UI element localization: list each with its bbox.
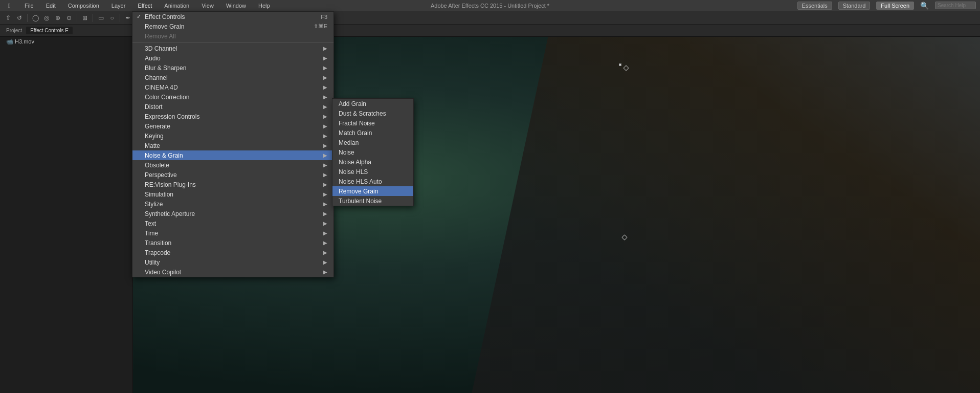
ellipse-mask-icon[interactable]: ○ — [107, 13, 117, 23]
effect-controls-shortcut: F3 — [321, 14, 327, 20]
submenu-arrow: ▶ — [323, 211, 327, 216]
effect-controls-label: Effect Controls — [145, 13, 185, 20]
menu-item-effect-controls[interactable]: Effect Controls F3 — [132, 12, 333, 21]
submenu-arrow: ▶ — [323, 94, 327, 100]
menu-item-remove-all: Remove All — [132, 31, 333, 41]
rotation-tool-icon[interactable]: ↺ — [14, 13, 25, 23]
menu-file[interactable]: File — [23, 3, 36, 9]
track-z-icon[interactable]: ⊙ — [64, 13, 74, 23]
menu-item-expression-controls[interactable]: Expression Controls ▶ — [132, 112, 333, 121]
menu-item-video-copilot[interactable]: Video Copilot ▶ — [132, 267, 333, 277]
menu-item-blur-sharpen[interactable]: Blur & Sharpen ▶ — [132, 63, 333, 73]
unified-camera-icon[interactable]: ◯ — [30, 13, 40, 23]
submenu-arrow: ▶ — [323, 259, 327, 265]
rect-mask-icon[interactable]: ▭ — [96, 13, 106, 23]
submenu-item-remove-grain[interactable]: Remove Grain — [332, 186, 413, 196]
track-xy-icon[interactable]: ⊕ — [53, 13, 63, 23]
submenu-arrow: ▶ — [323, 152, 327, 158]
workspace-controls: Essentials Standard Full Screen 🔍 — [797, 2, 976, 10]
tab-project[interactable]: Project — [2, 27, 26, 34]
search-input[interactable] — [935, 2, 976, 9]
workspace-standard[interactable]: Standard — [838, 2, 871, 10]
project-file-item[interactable]: 📹 H3.mov — [0, 37, 132, 47]
menu-item-channel[interactable]: Channel ▶ — [132, 73, 333, 82]
top-menu-bar:  File Edit Composition Layer Effect Ani… — [0, 0, 980, 11]
submenu-arrow: ▶ — [323, 143, 327, 148]
panel-tabs: Project Effect Controls E — [0, 25, 132, 37]
menu-item-keying[interactable]: Keying ▶ — [132, 131, 333, 141]
menu-item-matte[interactable]: Matte ▶ — [132, 141, 333, 150]
submenu-item-noise[interactable]: Noise — [332, 147, 413, 157]
menu-item-audio[interactable]: Audio ▶ — [132, 53, 333, 63]
toolbar-separator-1 — [27, 14, 28, 22]
submenu-arrow: ▶ — [323, 84, 327, 90]
apple-menu[interactable]:  — [4, 1, 14, 11]
bottle-simulation — [472, 37, 980, 393]
menu-item-color-correction[interactable]: Color Correction ▶ — [132, 92, 333, 102]
submenu-arrow: ▶ — [323, 250, 327, 255]
submenu-arrow: ▶ — [323, 221, 327, 226]
submenu-arrow: ▶ — [323, 201, 327, 207]
submenu-item-noise-alpha[interactable]: Noise Alpha — [332, 157, 413, 167]
toolbar-separator-2 — [77, 14, 77, 22]
search-icon: 🔍 — [920, 2, 929, 10]
submenu-item-fractal-noise[interactable]: Fractal Noise — [332, 118, 413, 128]
file-icon: 📹 — [6, 38, 13, 45]
submenu-item-dust-scratches[interactable]: Dust & Scratches — [332, 108, 413, 118]
submenu-item-noise-hls-auto[interactable]: Noise HLS Auto — [332, 177, 413, 186]
menu-item-synthetic-aperture[interactable]: Synthetic Aperture ▶ — [132, 209, 333, 219]
menu-effect[interactable]: Effect — [136, 3, 154, 9]
left-panel: Project Effect Controls E 📹 H3.mov — [0, 25, 133, 393]
menu-item-trapcode[interactable]: Trapcode ▶ — [132, 248, 333, 257]
menu-item-utility[interactable]: Utility ▶ — [132, 257, 333, 267]
submenu-item-noise-hls[interactable]: Noise HLS — [332, 167, 413, 177]
menu-item-text[interactable]: Text ▶ — [132, 219, 333, 228]
menu-layer[interactable]: Layer — [109, 3, 128, 9]
menu-separator-1 — [132, 42, 333, 42]
menu-item-distort[interactable]: Distort ▶ — [132, 102, 333, 112]
menu-view[interactable]: View — [199, 3, 216, 9]
menu-item-stylize[interactable]: Stylize ▶ — [132, 199, 333, 209]
menu-item-simulation[interactable]: Simulation ▶ — [132, 189, 333, 199]
submenu-arrow: ▶ — [323, 162, 327, 168]
submenu-arrow: ▶ — [323, 104, 327, 110]
toolbar-separator-3 — [93, 14, 93, 22]
menu-animation[interactable]: Animation — [162, 3, 191, 9]
menu-item-noise-grain[interactable]: Noise & Grain ▶ — [132, 150, 333, 160]
menu-item-3d-channel[interactable]: 3D Channel ▶ — [132, 43, 333, 53]
menu-window[interactable]: Window — [224, 3, 248, 9]
workspace-fullscreen[interactable]: Full Screen — [876, 2, 914, 10]
menu-item-transition[interactable]: Transition ▶ — [132, 238, 333, 248]
pen-tool-icon[interactable]: ✒ — [123, 13, 133, 23]
submenu-item-match-grain[interactable]: Match Grain — [332, 128, 413, 138]
menu-item-perspective[interactable]: Perspective ▶ — [132, 170, 333, 180]
transform-handle-top-right[interactable] — [619, 63, 621, 66]
selection-tool-icon[interactable]: ⇧ — [3, 13, 13, 23]
submenu-arrow: ▶ — [323, 172, 327, 178]
submenu-item-turbulent-noise[interactable]: Turbulent Noise — [332, 196, 413, 206]
menu-help[interactable]: Help — [256, 3, 272, 9]
menu-item-revision-plugins[interactable]: RE:Vision Plug-Ins ▶ — [132, 180, 333, 189]
submenu-arrow: ▶ — [323, 240, 327, 246]
submenu-item-add-grain[interactable]: Add Grain — [332, 99, 413, 108]
noise-grain-submenu[interactable]: Add Grain Dust & Scratches Fractal Noise… — [332, 98, 414, 206]
menu-item-remove-grain-top[interactable]: Remove Grain ⇧⌘E — [132, 21, 333, 31]
menu-item-obsolete[interactable]: Obsolete ▶ — [132, 160, 333, 170]
submenu-arrow: ▶ — [323, 114, 327, 119]
pan-behind-icon[interactable]: ⊞ — [80, 13, 90, 23]
orbit-camera-icon[interactable]: ◎ — [41, 13, 52, 23]
submenu-arrow: ▶ — [323, 123, 327, 129]
menu-item-time[interactable]: Time ▶ — [132, 228, 333, 238]
submenu-arrow: ▶ — [323, 191, 327, 197]
menu-item-cinema4d[interactable]: CINEMA 4D ▶ — [132, 82, 333, 92]
toolbar-separator-4 — [120, 14, 120, 22]
menu-composition[interactable]: Composition — [66, 3, 101, 9]
tab-effect-controls[interactable]: Effect Controls E — [26, 27, 73, 34]
submenu-arrow: ▶ — [323, 55, 327, 61]
submenu-arrow: ▶ — [323, 182, 327, 187]
menu-item-generate[interactable]: Generate ▶ — [132, 121, 333, 131]
effect-dropdown-menu[interactable]: Effect Controls F3 Remove Grain ⇧⌘E Remo… — [132, 11, 334, 277]
menu-edit[interactable]: Edit — [44, 3, 58, 9]
workspace-essentials[interactable]: Essentials — [797, 2, 832, 10]
submenu-item-median[interactable]: Median — [332, 138, 413, 147]
